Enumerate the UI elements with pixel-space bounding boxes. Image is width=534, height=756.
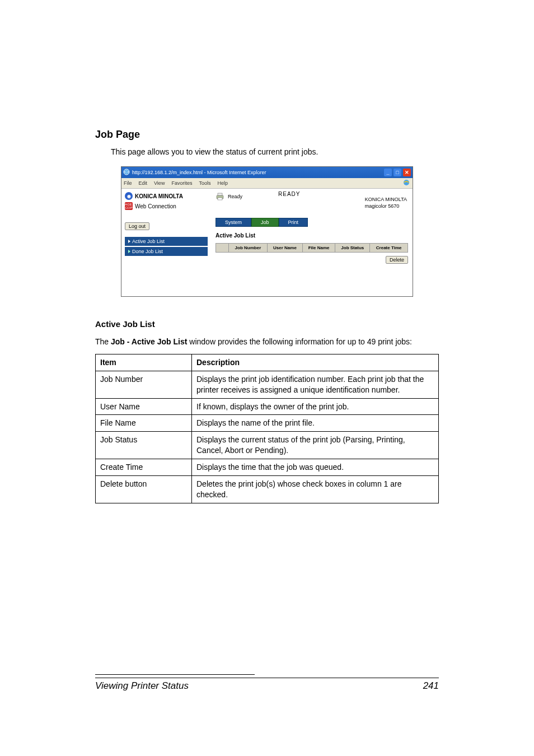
sidebar-item-active-job-list[interactable]: Active Job List — [125, 237, 208, 246]
table-row: Delete button Deletes the print job(s) w… — [96, 476, 439, 503]
page-number: 241 — [423, 680, 439, 692]
menu-favorites[interactable]: Favorites — [171, 180, 192, 186]
brand-text: KONICA MINOLTA — [135, 193, 183, 199]
cell-item: Delete button — [96, 476, 192, 503]
job-table: Job Number User Name File Name Job Statu… — [216, 243, 408, 253]
delete-button[interactable]: Delete — [386, 256, 408, 264]
th-item: Item — [96, 354, 192, 371]
window-minimize-button[interactable]: _ — [384, 169, 392, 176]
tab-bar: System Job Print — [216, 218, 408, 227]
page-heading: Job Page — [95, 129, 439, 141]
tab-job[interactable]: Job — [251, 218, 279, 227]
status-ready-big: READY — [278, 191, 300, 197]
th-description: Description — [192, 354, 439, 371]
menu-help[interactable]: Help — [217, 180, 228, 186]
col-job-number: Job Number — [229, 244, 268, 253]
cell-item: File Name — [96, 415, 192, 432]
table-row: Job Number Displays the print job identi… — [96, 371, 439, 398]
para-post: window provides the following informatio… — [187, 337, 412, 346]
cell-item: Create Time — [96, 459, 192, 476]
ie-page-icon — [123, 169, 130, 176]
menu-file[interactable]: File — [124, 180, 132, 186]
brand-row: ◉ KONICA MINOLTA — [125, 192, 208, 200]
window-maximize-button[interactable]: □ — [394, 169, 401, 176]
triangle-icon — [128, 250, 130, 253]
col-file-name: File Name — [302, 244, 335, 253]
cell-desc: Deletes the print job(s) whose check box… — [192, 476, 439, 503]
screenshot-window: http://192.168.1.2/m_index.html - Micros… — [121, 166, 413, 297]
table-row: File Name Displays the name of the print… — [96, 415, 439, 432]
col-user-name: User Name — [267, 244, 302, 253]
printer-icon — [216, 192, 224, 201]
model-info: KONICA MINOLTA magicolor 5670 — [365, 197, 407, 209]
tab-print[interactable]: Print — [279, 218, 308, 227]
col-job-status: Job Status — [335, 244, 370, 253]
table-row: Create Time Displays the time that the j… — [96, 459, 439, 476]
cell-desc: If known, displays the owner of the prin… — [192, 398, 439, 415]
svg-rect-5 — [218, 198, 222, 200]
page-footer: Viewing Printer Status 241 — [95, 678, 439, 692]
sidebar-item-done-job-list[interactable]: Done Job List — [125, 247, 208, 256]
status-ready-small: Ready — [228, 194, 242, 199]
sidebar-item-label: Active Job List — [132, 239, 165, 244]
sidebar-item-label: Done Job List — [132, 249, 163, 254]
triangle-icon — [128, 240, 130, 243]
section-heading: Active Job List — [95, 319, 439, 329]
sidebar: ◉ KONICA MINOLTA PAGE SCOPE Web Connecti… — [121, 189, 211, 296]
info-table: Item Description Job Number Displays the… — [95, 354, 439, 503]
checkbox-column-header — [216, 244, 229, 253]
panel-title: Active Job List — [216, 232, 408, 239]
cell-desc: Displays the time that the job was queue… — [192, 459, 439, 476]
para-pre: The — [95, 337, 111, 346]
window-menubar: File Edit View Favorites Tools Help — [121, 178, 413, 189]
menu-tools[interactable]: Tools — [199, 180, 210, 186]
cell-desc: Displays the current status of the print… — [192, 432, 439, 459]
section-paragraph: The Job - Active Job List window provide… — [95, 337, 439, 347]
model-brand: KONICA MINOLTA — [365, 197, 407, 203]
cell-item: User Name — [96, 398, 192, 415]
menu-edit[interactable]: Edit — [139, 180, 148, 186]
cell-desc: Displays the print job identification nu… — [192, 371, 439, 398]
window-close-button[interactable]: ✕ — [403, 169, 411, 176]
para-bold: Job - Active Job List — [111, 337, 187, 346]
brand-logo-icon: ◉ — [125, 192, 133, 200]
logout-button[interactable]: Log out — [125, 222, 149, 230]
pagescope-row: PAGE SCOPE Web Connection — [125, 202, 208, 210]
pagescope-text: Web Connection — [135, 203, 176, 209]
tab-system[interactable]: System — [216, 218, 251, 227]
cell-item: Job Status — [96, 432, 192, 459]
menu-view[interactable]: View — [154, 180, 165, 186]
model-name: magicolor 5670 — [365, 203, 407, 210]
table-row: User Name If known, displays the owner o… — [96, 398, 439, 415]
pagescope-badge-icon: PAGE SCOPE — [125, 202, 133, 210]
cell-item: Job Number — [96, 371, 192, 398]
window-title: http://192.168.1.2/m_index.html - Micros… — [132, 170, 266, 175]
table-row: Job Status Displays the current status o… — [96, 432, 439, 459]
window-titlebar: http://192.168.1.2/m_index.html - Micros… — [121, 167, 413, 178]
intro-text: This page allows you to view the status … — [111, 147, 439, 156]
cell-desc: Displays the name of the print file. — [192, 415, 439, 432]
main-panel: Ready READY KONICA MINOLTA magicolor 567… — [211, 189, 413, 296]
col-create-time: Create Time — [370, 244, 408, 253]
footer-rule — [95, 674, 255, 675]
footer-title: Viewing Printer Status — [95, 680, 189, 692]
ie-logo-icon — [402, 179, 410, 186]
svg-rect-4 — [218, 193, 222, 195]
